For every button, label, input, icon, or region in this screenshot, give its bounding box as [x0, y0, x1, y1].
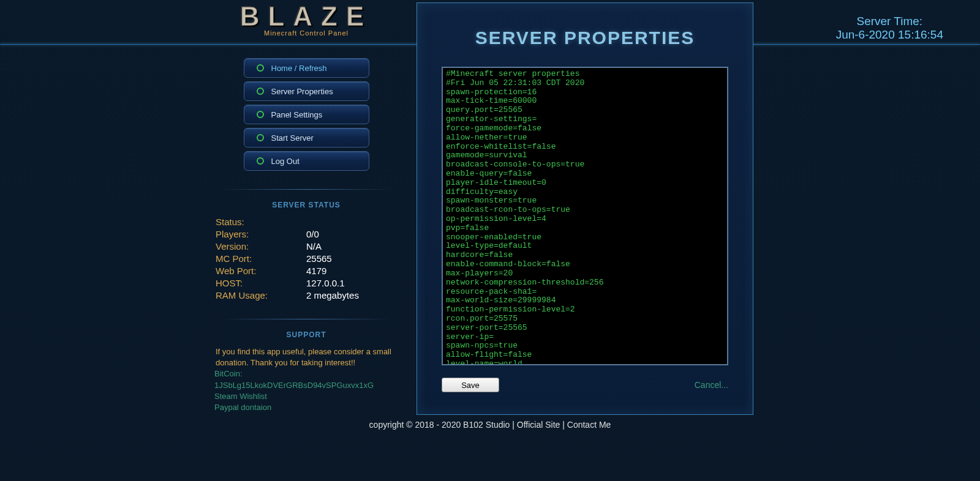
nav-panel-settings[interactable]: Panel Settings	[244, 105, 369, 124]
nav-label: Home / Refresh	[271, 64, 327, 73]
footer-contact[interactable]: Contact Me	[567, 420, 611, 430]
status-label: Version:	[216, 241, 306, 252]
status-row: Players:0/0	[216, 229, 398, 239]
status-value: 0/0	[306, 229, 319, 239]
status-value: 4179	[306, 266, 326, 276]
footer-sep: |	[510, 420, 516, 430]
status-value: 127.0.0.1	[306, 278, 345, 288]
logo-title: BLAZE	[221, 1, 392, 32]
circle-icon	[257, 64, 264, 72]
status-label: MC Port:	[216, 253, 306, 264]
status-row: MC Port:25565	[216, 253, 398, 264]
circle-icon	[257, 134, 264, 141]
status-label: Web Port:	[216, 266, 306, 276]
status-label: RAM Usage:	[216, 290, 306, 300]
nav-label: Log Out	[271, 157, 300, 166]
status-value: 2 megabytes	[306, 290, 359, 300]
server-time-value: Jun-6-2020 15:16:54	[836, 28, 943, 42]
nav-server-properties[interactable]: Server Properties	[244, 81, 369, 101]
status-row: Version:N/A	[216, 241, 398, 252]
nav-label: Panel Settings	[271, 110, 323, 119]
logo: BLAZE Minecraft Control Panel	[221, 1, 392, 37]
support-text: If you find this app useful, please cons…	[214, 346, 398, 368]
nav-start-server[interactable]: Start Server	[244, 128, 369, 147]
divider	[221, 189, 392, 190]
status-row: HOST:127.0.0.1	[216, 278, 398, 288]
footer-copyright: copyright © 2018 - 2020 B102 Studio	[369, 420, 510, 430]
nav-label: Start Server	[271, 133, 314, 143]
main-panel: SERVER PROPERTIES Save Cancel...	[417, 2, 753, 415]
circle-icon	[257, 88, 264, 95]
footer-sep: |	[560, 420, 567, 430]
support-link-bitcoin[interactable]: BitCoin: 1JSbLg15LkokDVErGRBsD94vSPGuxvx…	[214, 368, 398, 390]
sidebar: Home / Refresh Server Properties Panel S…	[214, 58, 398, 413]
nav-label: Server Properties	[271, 87, 333, 96]
server-time-label: Server Time:	[836, 15, 943, 28]
server-time-display: Server Time: Jun-6-2020 15:16:54	[836, 15, 943, 42]
status-row: Status:	[216, 217, 398, 227]
status-row: RAM Usage:2 megabytes	[216, 290, 398, 300]
panel-title: SERVER PROPERTIES	[417, 28, 753, 48]
properties-textarea[interactable]	[443, 68, 727, 364]
nav-log-out[interactable]: Log Out	[244, 151, 369, 171]
status-value: 25565	[306, 253, 332, 264]
support-link-steam[interactable]: Steam Wishlist	[214, 391, 398, 402]
server-status-header: SERVER STATUS	[214, 201, 398, 209]
support-link-paypal[interactable]: Paypal dontaion	[214, 402, 398, 413]
status-label: Status:	[216, 217, 306, 227]
support-header: SUPPORT	[214, 330, 398, 339]
circle-icon	[257, 111, 264, 118]
properties-editor-container	[442, 67, 728, 365]
save-button[interactable]: Save	[442, 378, 499, 392]
footer-official-site[interactable]: Official Site	[517, 420, 560, 430]
button-row: Save Cancel...	[442, 378, 728, 392]
status-row: Web Port:4179	[216, 266, 398, 276]
cancel-link[interactable]: Cancel...	[695, 380, 728, 390]
status-label: Players:	[216, 229, 306, 239]
circle-icon	[257, 157, 264, 165]
status-label: HOST:	[216, 278, 306, 288]
status-value: N/A	[306, 241, 322, 252]
divider	[221, 319, 392, 319]
footer: copyright © 2018 - 2020 B102 Studio | Of…	[0, 420, 980, 430]
status-table: Status: Players:0/0 Version:N/A MC Port:…	[214, 217, 398, 300]
nav-home-refresh[interactable]: Home / Refresh	[244, 58, 369, 78]
